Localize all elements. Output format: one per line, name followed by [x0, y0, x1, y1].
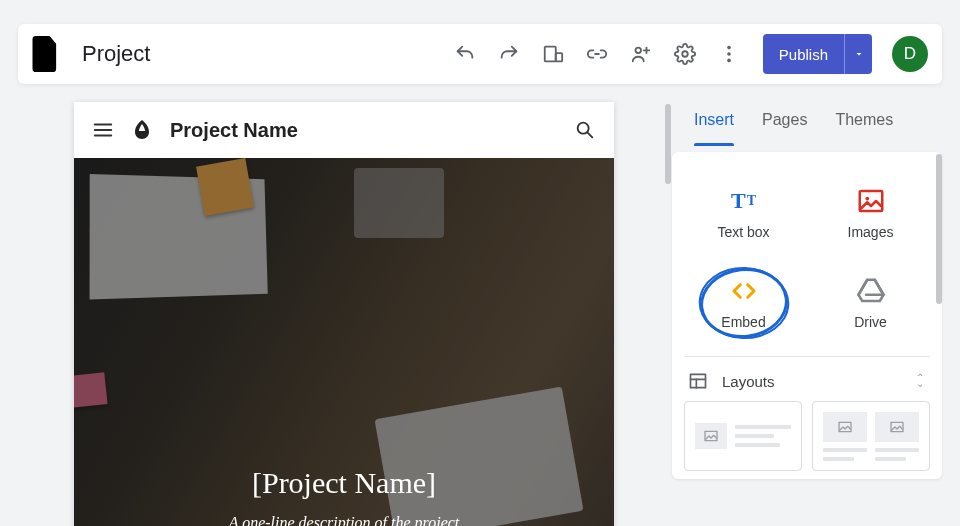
layout-option-1[interactable]	[684, 401, 802, 471]
layouts-icon	[688, 371, 708, 391]
hero-text-block: [Project Name] A one-line description of…	[74, 158, 614, 526]
svg-point-16	[865, 197, 869, 201]
redo-button[interactable]	[491, 36, 527, 72]
link-button[interactable]	[579, 36, 615, 72]
insert-item-label: Images	[848, 224, 894, 240]
embed-icon	[729, 276, 759, 306]
svg-point-5	[635, 48, 641, 54]
svg-line-14	[587, 132, 592, 137]
svg-rect-3	[545, 47, 556, 62]
layout-option-2[interactable]	[812, 401, 930, 471]
layouts-grid	[672, 401, 942, 471]
panel-scrollbar[interactable]	[936, 154, 942, 304]
drive-icon	[856, 276, 886, 306]
layout-thumb-icon	[695, 423, 727, 449]
svg-rect-1	[38, 60, 44, 67]
insert-panel: TT Text box Images Embed Drive	[672, 152, 942, 479]
site-canvas[interactable]: Project Name [Project Name] A one-line d…	[74, 102, 614, 526]
svg-rect-17	[691, 374, 706, 387]
more-button[interactable]	[711, 36, 747, 72]
insert-text-box[interactable]: TT Text box	[680, 170, 807, 256]
textbox-icon: TT	[729, 186, 759, 216]
publish-button[interactable]: Publish	[763, 34, 844, 74]
layout-thumb-icon	[875, 412, 919, 442]
collapse-icon[interactable]: ⌃⌄	[914, 375, 926, 387]
svg-rect-4	[556, 53, 562, 61]
site-name[interactable]: Project Name	[170, 119, 298, 142]
svg-point-9	[727, 59, 731, 63]
search-icon[interactable]	[574, 119, 596, 141]
divider	[684, 356, 930, 357]
hero-title[interactable]: [Project Name]	[252, 466, 436, 500]
hero-section[interactable]: [Project Name] A one-line description of…	[74, 158, 614, 526]
account-avatar[interactable]: D	[892, 36, 928, 72]
insert-drive[interactable]: Drive	[807, 260, 934, 346]
canvas-area: Project Name [Project Name] A one-line d…	[18, 94, 670, 526]
svg-point-6	[682, 51, 688, 57]
layouts-header[interactable]: Layouts ⌃⌄	[672, 367, 942, 401]
publish-dropdown-button[interactable]	[844, 34, 872, 74]
site-header: Project Name	[74, 102, 614, 158]
svg-point-8	[727, 52, 731, 56]
side-panel: Insert Pages Themes TT Text box Images E…	[672, 94, 942, 526]
layout-thumb-icon	[823, 412, 867, 442]
insert-images[interactable]: Images	[807, 170, 934, 256]
tab-insert[interactable]: Insert	[680, 94, 748, 146]
document-title[interactable]: Project	[82, 41, 150, 67]
tab-themes[interactable]: Themes	[821, 94, 907, 146]
settings-button[interactable]	[667, 36, 703, 72]
app-root: Project Publish D Project Name	[0, 0, 960, 526]
svg-rect-2	[46, 60, 53, 67]
hamburger-icon[interactable]	[92, 119, 114, 141]
canvas-scrollbar[interactable]	[665, 104, 671, 184]
main-toolbar: Project Publish D	[18, 24, 942, 84]
images-icon	[856, 186, 886, 216]
tab-pages[interactable]: Pages	[748, 94, 821, 146]
undo-button[interactable]	[447, 36, 483, 72]
layouts-label: Layouts	[722, 373, 775, 390]
insert-embed[interactable]: Embed	[680, 260, 807, 346]
side-tabs: Insert Pages Themes	[672, 94, 942, 146]
share-button[interactable]	[623, 36, 659, 72]
publish-split-button: Publish	[763, 34, 872, 74]
insert-item-label: Embed	[721, 314, 765, 330]
hero-subtitle[interactable]: A one-line description of the project	[229, 514, 460, 526]
sites-logo-icon	[32, 36, 60, 72]
insert-item-label: Drive	[854, 314, 887, 330]
svg-point-7	[727, 46, 731, 50]
insert-item-label: Text box	[717, 224, 769, 240]
preview-button[interactable]	[535, 36, 571, 72]
site-logo-icon[interactable]	[130, 118, 154, 142]
svg-rect-0	[38, 54, 53, 57]
